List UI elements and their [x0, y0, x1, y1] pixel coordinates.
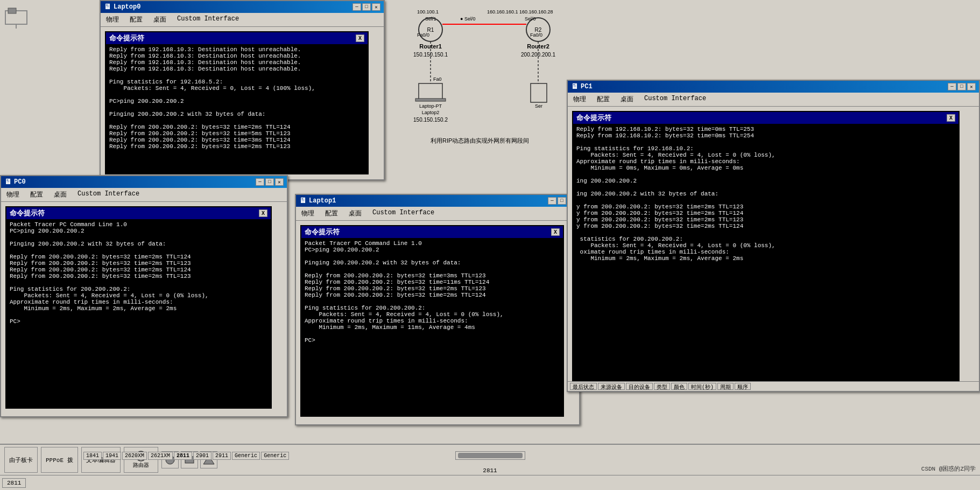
svg-text:Sel/1: Sel/1: [425, 16, 436, 22]
laptop0-maximize[interactable]: □: [362, 3, 371, 11]
laptop1-title-area: 🖥 Laptop1: [299, 197, 336, 205]
toolbar-pppoe-label: PPPoE 拨: [46, 456, 73, 464]
toolbar-section-editor[interactable]: 文本编辑器: [81, 447, 121, 473]
zoom-item-2620xm[interactable]: 2620XM: [122, 452, 147, 460]
pc0-cmd-close[interactable]: X: [259, 209, 267, 217]
laptop1-menubar: 物理 配置 桌面 Custom Interface: [296, 207, 579, 221]
svg-text:Fa0: Fa0: [433, 76, 442, 82]
laptop0-menu-custom[interactable]: Custom Interface: [174, 14, 242, 25]
pc0-controls[interactable]: ─ □ ✕: [256, 178, 284, 186]
laptop1-window: 🖥 Laptop1 ─ □ ✕ 物理 配置 桌面 Custom Interfac…: [295, 194, 580, 425]
scroll-thumb[interactable]: [458, 453, 523, 458]
toolbar-section-chips[interactable]: 由子板卡: [4, 447, 38, 473]
pc0-menu-custom[interactable]: Custom Interface: [74, 189, 143, 200]
laptop1-cmd-close[interactable]: X: [551, 228, 560, 236]
pc1-title-area: 🖥 PC1: [571, 82, 593, 91]
svg-text:Laptop2: Laptop2: [422, 110, 440, 115]
csdn-watermark: CSDN @困惑的Z同学: [921, 465, 976, 473]
pc0-menu-zhuomian[interactable]: 桌面: [51, 189, 70, 200]
pc0-cmd-content[interactable]: Packet Tracer PC Command Line 1.0 PC>pin…: [6, 219, 271, 408]
zoom-item-2621xm[interactable]: 2621XM: [148, 452, 173, 460]
svg-text:160.160.160.28: 160.160.160.28: [519, 9, 553, 15]
laptop1-menu-peizhi[interactable]: 配置: [322, 208, 341, 219]
pc0-maximize[interactable]: □: [265, 178, 274, 186]
toolbar-section-pppoe[interactable]: PPPoE 拨: [41, 447, 78, 473]
laptop1-cmd-titlebar: 命令提示符 X: [301, 226, 563, 238]
laptop0-menu-zhuomian[interactable]: 桌面: [150, 14, 170, 25]
pc0-window: 🖥 PC0 ─ □ ✕ 物理 配置 桌面 Custom Interface 命令…: [0, 175, 288, 417]
svg-rect-34: [8, 8, 16, 13]
zoom-item-1941[interactable]: 1941: [103, 452, 121, 460]
pc1-status-2: 来源设备: [598, 383, 625, 390]
toolbar-router-label: 路由器: [133, 461, 149, 469]
pc1-menu-custom[interactable]: Custom Interface: [641, 94, 709, 105]
pc0-menu-peizhi[interactable]: 配置: [27, 189, 46, 200]
svg-text:150.150.150.2: 150.150.150.2: [413, 117, 448, 123]
laptop0-menu-wuli[interactable]: 物理: [103, 14, 122, 25]
pc1-menu-peizhi[interactable]: 配置: [594, 94, 613, 105]
laptop1-cmd-title: 命令提示符: [305, 227, 340, 237]
network-topology: R1 R2 100.100.1 Sel/1 ● Sel/0 160.160.16…: [371, 0, 597, 162]
laptop0-cmd-content[interactable]: Reply from 192.168.10.3: Destination hos…: [106, 44, 368, 173]
zoom-item-generic2[interactable]: Generic: [261, 452, 289, 460]
pc1-controls[interactable]: ─ □ ✕: [948, 83, 976, 90]
laptop0-close[interactable]: ✕: [372, 3, 380, 11]
pc1-status-7: 周期: [717, 383, 734, 390]
laptop0-menubar: 物理 配置 桌面 Custom Interface: [101, 13, 384, 27]
pc1-statusbar: 最后状态 来源设备 目的设备 类型 颜色 时间(秒) 周期 顺序: [568, 381, 979, 391]
zoom-item-2901[interactable]: 2901: [193, 452, 211, 460]
laptop1-title: Laptop1: [309, 197, 336, 205]
pc0-title-area: 🖥 PC0: [4, 178, 26, 186]
pc0-menu-wuli[interactable]: 物理: [3, 189, 23, 200]
zoom-item-2811[interactable]: 2811: [174, 452, 192, 460]
pc1-title: PC1: [581, 83, 593, 90]
status-page: 2811: [2, 478, 26, 488]
laptop1-maximize[interactable]: □: [558, 197, 566, 205]
pc1-close[interactable]: ✕: [967, 83, 976, 90]
laptop0-controls[interactable]: ─ □ ✕: [352, 3, 380, 11]
svg-text:● Sel/0: ● Sel/0: [460, 16, 475, 22]
zoom-item-generic1[interactable]: Generic: [232, 452, 260, 460]
pc1-cmd-close[interactable]: X: [947, 114, 955, 122]
pc1-cmd-content[interactable]: Reply from 192.168.10.2: bytes=32 time=0…: [573, 124, 958, 382]
svg-text:Ser: Ser: [535, 103, 542, 109]
svg-rect-21: [415, 99, 446, 101]
pc1-titlebar[interactable]: 🖥 PC1 ─ □ ✕: [568, 81, 979, 93]
laptop0-minimize[interactable]: ─: [352, 3, 361, 11]
laptop0-titlebar[interactable]: 🖥 Laptop0 ─ □ ✕: [101, 1, 384, 13]
svg-text:Fa0/0: Fa0/0: [417, 32, 429, 38]
zoom-item-1841[interactable]: 1841: [83, 452, 102, 460]
pc1-menu-zhuomian[interactable]: 桌面: [617, 94, 637, 105]
laptop0-cmd-title: 命令提示符: [109, 33, 144, 43]
laptop1-titlebar[interactable]: 🖥 Laptop1 ─ □ ✕: [296, 195, 579, 207]
laptop1-menu-custom[interactable]: Custom Interface: [369, 208, 438, 219]
laptop0-cmd-close[interactable]: X: [356, 34, 364, 42]
page-number: 2811: [481, 467, 499, 474]
pc1-maximize[interactable]: □: [957, 83, 966, 90]
svg-text:Laptop-PT: Laptop-PT: [419, 103, 442, 109]
laptop0-cmd-window: 命令提示符 X Reply from 192.168.10.3: Destina…: [105, 31, 369, 174]
laptop1-minimize[interactable]: ─: [548, 197, 556, 205]
pc0-titlebar[interactable]: 🖥 PC0 ─ □ ✕: [1, 176, 287, 188]
laptop0-menu-peizhi[interactable]: 配置: [126, 14, 146, 25]
toolbar-router-btn[interactable]: RT 路由器: [124, 447, 158, 473]
pc1-status-5: 颜色: [671, 383, 687, 390]
pc1-menu-wuli[interactable]: 物理: [570, 94, 589, 105]
laptop1-menu-zhuomian[interactable]: 桌面: [346, 208, 365, 219]
laptop1-cmd-content[interactable]: Packet Tracer PC Command Line 1.0 PC>pin…: [301, 238, 563, 416]
zoom-items-row: 1841 1941 2620XM 2621XM 2811 2901 2911 G…: [83, 452, 289, 460]
pc0-minimize[interactable]: ─: [256, 178, 264, 186]
pc1-minimize[interactable]: ─: [948, 83, 956, 90]
pc1-menubar: 物理 配置 桌面 Custom Interface: [568, 93, 979, 107]
pc0-close[interactable]: ✕: [275, 178, 284, 186]
pc1-status-8: 顺序: [735, 383, 751, 390]
pc1-cmd-window: 命令提示符 X Reply from 192.168.10.2: bytes=3…: [572, 111, 960, 383]
zoom-item-2911[interactable]: 2911: [213, 452, 231, 460]
pc1-window: 🖥 PC1 ─ □ ✕ 物理 配置 桌面 Custom Interface 命令…: [567, 80, 980, 392]
h-scrollbar[interactable]: [455, 451, 525, 460]
app-logo-icon: [3, 3, 30, 30]
pc0-cmd-title: 命令提示符: [10, 208, 45, 218]
svg-rect-20: [419, 83, 442, 100]
laptop1-cmd-container: 命令提示符 X Packet Tracer PC Command Line 1.…: [300, 225, 575, 417]
laptop1-menu-wuli[interactable]: 物理: [298, 208, 318, 219]
